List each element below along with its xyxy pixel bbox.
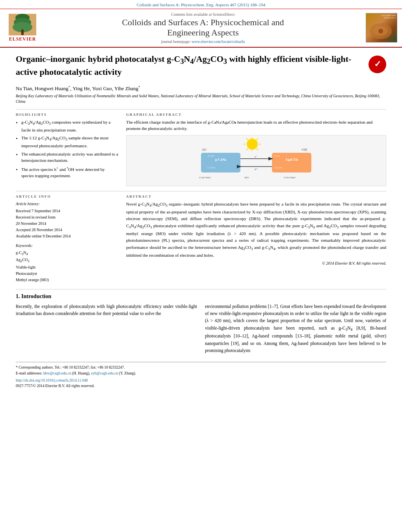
keyword: Visible-light (16, 264, 118, 271)
email-footnote: E-mail addresses: hhw@cugb.edu.cn (H. Hu… (16, 371, 386, 376)
svg-text:+1.57V: +1.57V (207, 166, 215, 169)
keyword: Methyl orange (MO) (16, 277, 118, 283)
affiliation: Beijing Key Laboratory of Materials Util… (16, 93, 386, 104)
abstract-text: Novel g-C3N4/Ag2CO3 organic–inorganic hy… (126, 201, 386, 259)
main-content: Organic–inorganic hybrid photocatalyst g… (0, 48, 402, 393)
received-date: Received 7 September 2014 (16, 208, 118, 214)
svg-text:CO₂+H₂O: CO₂+H₂O (284, 176, 296, 179)
list-item: The enhanced photocatalytic activity was… (21, 151, 118, 164)
article-history-label: Article history: (16, 201, 118, 207)
section-divider (16, 289, 386, 289)
svg-line-19 (257, 148, 258, 150)
svg-line-18 (246, 148, 248, 150)
received-revised-date: Received in revised form20 November 2014 (16, 214, 118, 227)
elsevier-tree-icon (9, 14, 36, 35)
graphical-abstract-section: GRAPHICAL ABSTRACT The efficient charge … (126, 113, 386, 186)
svg-point-11 (247, 139, 258, 150)
introduction-content: Recently, the exploration of photocataly… (16, 303, 386, 354)
highlights-list: g-C3N4/Ag2CO3 composites were synthesize… (16, 119, 118, 179)
elsevier-label: ELSEVIER (9, 36, 36, 42)
article-info-abstract-section: ARTICLE INFO Article history: Received 7… (16, 191, 386, 283)
journal-citation: Colloids and Surfaces A: Physicochem. En… (0, 0, 402, 9)
article-title: Organic–inorganic hybrid photocatalyst g… (16, 54, 365, 78)
journal-title-block: Contents lists available at ScienceDirec… (40, 12, 366, 44)
svg-text:e⁻: e⁻ (255, 155, 257, 158)
journal-cover: COLLOIDS ANDSURFACES A (366, 13, 397, 43)
svg-line-16 (246, 138, 248, 140)
authors: Na Tian, Hongwei Huang*, Ying He, Yuxi G… (16, 85, 386, 92)
doi-footnote: http://dx.doi.org/10.1016/j.colsurfa.201… (16, 378, 386, 383)
graphical-abstract-label: GRAPHICAL ABSTRACT (126, 113, 386, 117)
article-info-section: ARTICLE INFO Article history: Received 7… (16, 195, 118, 283)
keywords-label: Keywords: (16, 243, 118, 249)
journal-homepage: journal homepage: www.elsevier.com/locat… (40, 39, 366, 44)
svg-rect-4 (21, 30, 24, 35)
accepted-date: Accepted 28 November 2014 (16, 227, 118, 233)
email-link-huang[interactable]: hhw@cugb.edu.cn (43, 371, 71, 375)
article-info-label: ARTICLE INFO (16, 195, 118, 198)
svg-text:-0.3V: -0.3V (274, 154, 280, 158)
svg-text:+3.17V: +3.17V (274, 166, 282, 169)
introduction-left: Recently, the exploration of photocataly… (16, 303, 197, 354)
corresponding-footnote: * Corresponding authors. Tel.: +86 10 82… (16, 365, 386, 370)
introduction-heading: 1. Introduction (16, 293, 386, 300)
sciencedirect-link: Contents lists available at ScienceDirec… (40, 12, 366, 17)
list-item: The active species h+ and •OH were detec… (21, 165, 118, 179)
graphical-abstract-image: g-C₃N₄ -2.13V +1.57V Ag₂CO₃ -0.3V +3.17V (126, 135, 386, 186)
email-link-zhang[interactable]: zyh@cugb.edu.cn (91, 371, 118, 375)
abstract-label: ABSTRACT (126, 195, 386, 198)
introduction-section: 1. Introduction Recently, the exploratio… (16, 293, 386, 354)
available-date: Available online 9 December 2014 (16, 233, 118, 239)
crossmark-logo[interactable]: ✓ (368, 56, 386, 73)
keyword: Photocatalyst (16, 271, 118, 277)
elsevier-logo: ELSEVIER (5, 14, 40, 42)
highlights-graphical-section: HIGHLIGHTS g-C3N4/Ag2CO3 composites were… (16, 109, 386, 186)
journal-header: ELSEVIER Contents lists available at Sci… (0, 9, 402, 48)
journal-name: Colloids and Surfaces A: Physicochemical… (40, 17, 366, 38)
keyword: Ag2CO3 (16, 257, 118, 264)
svg-text:•OH: •OH (302, 148, 307, 152)
highlights-label: HIGHLIGHTS (16, 113, 118, 117)
svg-line-17 (257, 138, 258, 140)
keywords-section: Keywords: g-C3N4 Ag2CO3 Visible-light Ph… (16, 243, 118, 283)
graphical-abstract-text: The efficient charge transfer at the int… (126, 119, 386, 132)
issn-footnote: 0927-7757/© 2014 Elsevier B.V. All right… (16, 383, 386, 389)
svg-text:-2.13V: -2.13V (207, 154, 215, 158)
intro-paragraph-left: Recently, the exploration of photocataly… (16, 303, 197, 317)
footnote-area: * Corresponding authors. Tel.: +86 10 82… (16, 362, 386, 389)
doi-link[interactable]: http://dx.doi.org/10.1016/j.colsurfa.201… (16, 378, 88, 382)
svg-text:✓: ✓ (374, 59, 381, 69)
svg-text:g-C₃N₄: g-C₃N₄ (215, 158, 227, 161)
svg-text:AO: AO (202, 148, 207, 152)
list-item: g-C3N4/Ag2CO3 composites were synthesize… (21, 119, 118, 133)
svg-text:MO: MO (244, 176, 249, 179)
svg-text:h⁺: h⁺ (255, 168, 258, 171)
highlights-section: HIGHLIGHTS g-C3N4/Ag2CO3 composites were… (16, 113, 118, 186)
copyright-text: © 2014 Elsevier B.V. All rights reserved… (126, 261, 386, 265)
intro-paragraph-right: environmental pollution problems [1–7]. … (205, 303, 386, 354)
abstract-section: ABSTRACT Novel g-C3N4/Ag2CO3 organic–ino… (126, 195, 386, 283)
journal-homepage-link[interactable]: www.elsevier.com/locate/colsurfa (192, 39, 245, 44)
svg-point-8 (378, 29, 383, 33)
keyword: g-C3N4 (16, 250, 118, 257)
article-info-content: Article history: Received 7 September 20… (16, 201, 118, 283)
svg-text:CO₂+H₂O: CO₂+H₂O (199, 176, 211, 179)
introduction-right: environmental pollution problems [1–7]. … (205, 303, 386, 354)
svg-text:Ag₂CO₃: Ag₂CO₃ (285, 158, 298, 161)
list-item: The 1:12 g-C3N4/Ag2CO3 sample shows the … (21, 135, 118, 149)
